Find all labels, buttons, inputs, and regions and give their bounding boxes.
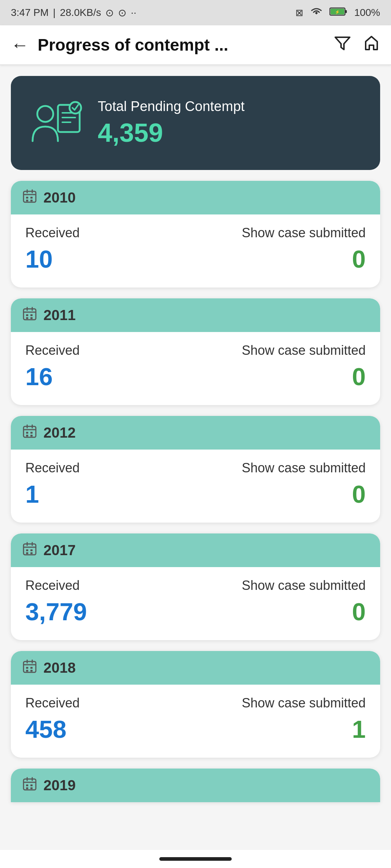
year-header-4: 2018	[11, 651, 380, 685]
year-body-4: Received 458 Show case submitted 1	[11, 685, 380, 758]
submitted-value-0: 0	[242, 245, 366, 273]
received-label-3: Received	[25, 578, 87, 593]
svg-rect-26	[30, 317, 33, 319]
year-header-0: 2010	[11, 181, 380, 214]
received-label-2: Received	[25, 460, 80, 476]
year-label-4: 2018	[43, 660, 76, 676]
back-button[interactable]: ←	[11, 36, 29, 54]
status-bar-left: 3:47 PM | 28.0KB/s ⊙ ⊙ ··	[11, 7, 136, 19]
svg-rect-25	[26, 317, 28, 319]
calendar-icon-0	[22, 189, 37, 207]
received-value-1: 16	[25, 362, 80, 391]
year-label-partial: 2019	[43, 777, 76, 793]
svg-rect-50	[30, 670, 33, 672]
year-header-3: 2017	[11, 533, 380, 567]
svg-rect-57	[26, 787, 28, 789]
svg-rect-1	[345, 10, 347, 13]
home-icon[interactable]	[363, 34, 380, 56]
summary-illustration	[25, 94, 83, 152]
year-card-0: 2010 Received 10 Show case submitted 0	[11, 181, 380, 288]
svg-rect-16	[30, 197, 33, 199]
submitted-value-4: 1	[242, 715, 366, 743]
network-speed: |	[53, 7, 55, 18]
nav-bar: ← Progress of contempt ...	[0, 25, 391, 65]
submitted-value-2: 0	[242, 480, 366, 508]
summary-card: Total Pending Contempt 4,359	[11, 76, 380, 170]
submitted-col-0: Show case submitted 0	[242, 225, 366, 273]
svg-rect-47	[26, 667, 28, 669]
submitted-label-1: Show case submitted	[242, 343, 366, 358]
svg-rect-40	[30, 549, 33, 551]
received-col-1: Received 16	[25, 343, 80, 391]
svg-rect-51	[24, 779, 36, 790]
submitted-value-1: 0	[242, 362, 366, 391]
submitted-label-2: Show case submitted	[242, 460, 366, 476]
svg-rect-23	[26, 314, 28, 316]
status-bar-right: ⊠ ⚡ 100%	[295, 7, 380, 19]
year-header-2: 2012	[11, 416, 380, 450]
screenshot-icon: ⊠	[295, 7, 303, 18]
received-col-2: Received 1	[25, 460, 80, 508]
year-label-0: 2010	[43, 190, 76, 206]
svg-rect-17	[26, 200, 28, 201]
filter-icon[interactable]	[334, 34, 351, 56]
submitted-col-3: Show case submitted 0	[242, 578, 366, 626]
page-title: Progress of contempt ...	[38, 35, 334, 55]
location-icon: ⊙	[105, 7, 114, 19]
bottom-pill	[159, 857, 232, 861]
year-header-1: 2011	[11, 298, 380, 332]
svg-rect-49	[26, 670, 28, 672]
submitted-label-4: Show case submitted	[242, 695, 366, 711]
year-card-2: 2012 Received 1 Show case submitted 0	[11, 416, 380, 523]
summary-text-block: Total Pending Contempt 4,359	[98, 99, 245, 148]
year-body-3: Received 3,779 Show case submitted 0	[11, 567, 380, 640]
bottom-bar	[0, 850, 391, 868]
received-value-4: 458	[25, 715, 80, 743]
svg-rect-31	[26, 432, 28, 434]
submitted-col-1: Show case submitted 0	[242, 343, 366, 391]
svg-rect-11	[24, 191, 36, 202]
calendar-icon-4	[22, 659, 37, 677]
svg-rect-43	[24, 661, 36, 672]
svg-rect-15	[26, 197, 28, 199]
location-icon-2: ⊙	[118, 7, 126, 19]
year-body-1: Received 16 Show case submitted 0	[11, 332, 380, 405]
wifi-icon	[310, 7, 323, 19]
svg-rect-32	[30, 432, 33, 434]
submitted-label-3: Show case submitted	[242, 578, 366, 593]
year-body-0: Received 10 Show case submitted 0	[11, 214, 380, 288]
calendar-icon-2	[22, 424, 37, 442]
year-body-2: Received 1 Show case submitted 0	[11, 450, 380, 523]
received-value-0: 10	[25, 245, 80, 273]
battery-icon: ⚡	[329, 7, 348, 18]
year-label-1: 2011	[43, 307, 76, 323]
svg-rect-48	[30, 667, 33, 669]
calendar-icon-3	[22, 541, 37, 559]
svg-rect-39	[26, 549, 28, 551]
calendar-icon-1	[22, 306, 37, 324]
received-col-3: Received 3,779	[25, 578, 87, 626]
dots-icon: ··	[131, 7, 136, 18]
received-label-4: Received	[25, 695, 80, 711]
year-card-1: 2011 Received 16 Show case submitted 0	[11, 298, 380, 405]
svg-point-5	[37, 106, 53, 122]
received-value-2: 1	[25, 480, 80, 508]
svg-rect-56	[30, 784, 33, 786]
submitted-col-2: Show case submitted 0	[242, 460, 366, 508]
received-col-4: Received 458	[25, 695, 80, 743]
calendar-icon-partial	[22, 776, 37, 794]
svg-rect-19	[24, 309, 36, 320]
svg-rect-35	[24, 544, 36, 555]
received-value-3: 3,779	[25, 597, 87, 626]
submitted-col-4: Show case submitted 1	[242, 695, 366, 743]
status-bar: 3:47 PM | 28.0KB/s ⊙ ⊙ ·· ⊠ ⚡ 100%	[0, 0, 391, 25]
received-col-0: Received 10	[25, 225, 80, 273]
svg-text:⚡: ⚡	[335, 9, 340, 14]
svg-rect-18	[30, 200, 33, 201]
svg-rect-58	[30, 787, 33, 789]
summary-value: 4,359	[98, 118, 245, 148]
battery-percent: 100%	[354, 7, 380, 18]
submitted-value-3: 0	[242, 597, 366, 626]
svg-rect-24	[30, 314, 33, 316]
year-card-4: 2018 Received 458 Show case submitted 1	[11, 651, 380, 758]
